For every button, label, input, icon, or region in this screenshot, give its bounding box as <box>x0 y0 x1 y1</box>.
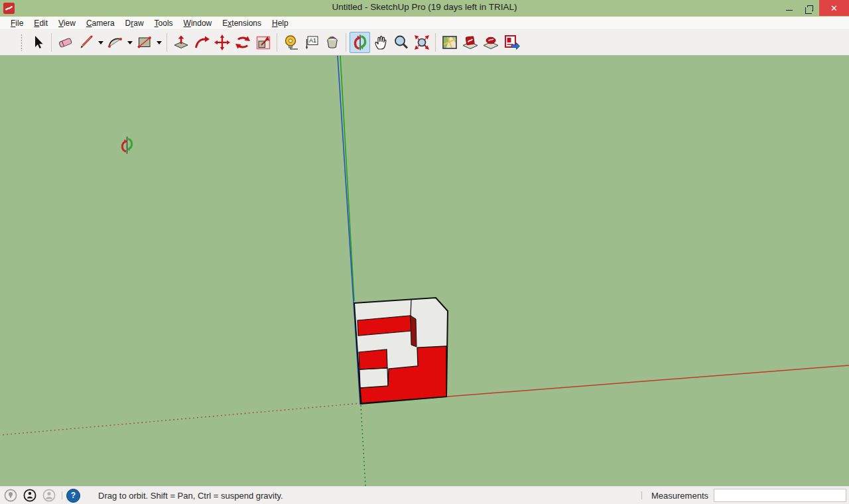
close-button[interactable]: ✕ <box>819 0 849 16</box>
share-model-button[interactable] <box>480 32 501 53</box>
menu-item-extensions[interactable]: Extensions <box>217 17 267 29</box>
share-model-icon <box>482 34 499 51</box>
model-face-red-square <box>359 349 387 369</box>
toolbar-drag-handle[interactable] <box>20 34 23 51</box>
user-avatar-icon <box>42 489 56 502</box>
rotate-tool-button[interactable] <box>232 32 253 53</box>
menu-item-camera[interactable]: Camera <box>81 17 120 29</box>
drawing-axes <box>0 56 849 486</box>
restore-button[interactable] <box>799 0 819 16</box>
text-icon: A1 <box>303 34 320 51</box>
arc-dropdown-button[interactable] <box>125 32 134 53</box>
eraser-icon <box>57 34 74 51</box>
orbit-tool-button[interactable] <box>350 32 370 53</box>
push-pull-tool-button[interactable] <box>170 32 191 53</box>
move-icon <box>214 34 231 51</box>
layout-icon <box>503 34 520 51</box>
geolocation-button[interactable] <box>4 489 17 502</box>
chevron-down-icon <box>157 41 162 44</box>
zoom-tool-button[interactable] <box>391 32 411 53</box>
arc-tool-button[interactable] <box>105 32 125 53</box>
status-hint: Drag to orbit. Shift = Pan, Ctrl = suspe… <box>98 491 283 501</box>
get-models-button[interactable] <box>460 32 480 53</box>
follow-me-tool-button[interactable] <box>191 32 212 53</box>
measurements-input[interactable] <box>714 489 846 502</box>
window-controls: ✕ <box>779 0 849 17</box>
menu-item-view[interactable]: View <box>53 17 81 29</box>
map-icon <box>441 34 458 51</box>
follow-me-icon <box>193 34 210 51</box>
menu-item-file[interactable]: File <box>5 17 29 29</box>
restore-icon <box>807 5 813 11</box>
zoom-extents-tool-button[interactable] <box>411 32 432 53</box>
pan-tool-button[interactable] <box>370 32 391 53</box>
measurements-label: Measurements <box>651 491 708 501</box>
status-bar: ? Drag to orbit. Shift = Pan, Ctrl = sus… <box>0 486 849 504</box>
sign-in-button[interactable] <box>42 489 56 502</box>
menu-item-help[interactable]: Help <box>267 17 294 29</box>
line-tool-button[interactable] <box>76 32 96 53</box>
tape-measure-tool-button[interactable] <box>281 32 301 53</box>
geolocation-icon <box>4 489 17 502</box>
rectangle-dropdown-button[interactable] <box>155 32 163 53</box>
arc-icon <box>107 34 124 51</box>
attribution-person-icon <box>23 489 36 502</box>
help-icon: ? <box>66 489 80 503</box>
orbit-cursor-icon <box>122 137 131 154</box>
status-separator <box>62 491 62 499</box>
menu-item-edit[interactable]: Edit <box>29 17 53 29</box>
getting-started-toolbar: A1 <box>0 30 849 56</box>
select-icon <box>29 34 46 51</box>
add-location-button[interactable] <box>439 32 460 53</box>
move-tool-button[interactable] <box>212 32 232 53</box>
menu-item-draw[interactable]: Draw <box>120 17 149 29</box>
text-tool-button[interactable]: A1 <box>301 32 322 53</box>
credits-button[interactable] <box>23 489 36 502</box>
window-title: Untitled - SketchUp Pro (19 days left in… <box>0 2 849 12</box>
menu-item-tools[interactable]: Tools <box>149 17 178 29</box>
model-geometry[interactable] <box>354 298 448 404</box>
minimize-icon <box>786 10 793 11</box>
rectangle-icon <box>136 34 153 51</box>
line-dropdown-button[interactable] <box>96 32 105 53</box>
status-separator <box>641 491 642 499</box>
select-tool-button[interactable] <box>27 32 48 53</box>
minimize-button[interactable] <box>779 0 799 16</box>
zoom-extents-icon <box>413 34 430 51</box>
viewport-canvas <box>0 56 849 486</box>
menu-item-window[interactable]: Window <box>178 17 218 29</box>
eraser-tool-button[interactable] <box>55 32 76 53</box>
rectangle-tool-button[interactable] <box>134 32 155 53</box>
model-notch-side <box>411 316 417 347</box>
chevron-down-icon <box>98 41 103 44</box>
sketchup-window: Untitled - SketchUp Pro (19 days left in… <box>0 0 849 504</box>
push-pull-icon <box>172 34 190 51</box>
paint-bucket-icon <box>324 34 341 51</box>
title-bar: Untitled - SketchUp Pro (19 days left in… <box>0 0 849 17</box>
orbit-icon <box>352 34 369 51</box>
chevron-down-icon <box>127 41 133 44</box>
3d-viewport[interactable] <box>0 56 849 486</box>
scale-icon <box>255 34 272 51</box>
zoom-icon <box>393 34 410 51</box>
help-button[interactable]: ? <box>66 489 80 503</box>
measurements-area: Measurements <box>641 489 846 502</box>
menu-bar: File Edit View Camera Draw Tools Window … <box>0 17 849 30</box>
pencil-icon <box>78 34 95 51</box>
svg-text:A1: A1 <box>308 37 316 44</box>
tape-measure-icon <box>283 34 300 51</box>
rotate-icon <box>234 34 251 51</box>
paint-bucket-tool-button[interactable] <box>322 32 342 53</box>
scale-tool-button[interactable] <box>253 32 273 53</box>
send-to-layout-button[interactable] <box>501 32 521 53</box>
3d-warehouse-icon <box>462 34 479 51</box>
pan-hand-icon <box>372 34 389 51</box>
